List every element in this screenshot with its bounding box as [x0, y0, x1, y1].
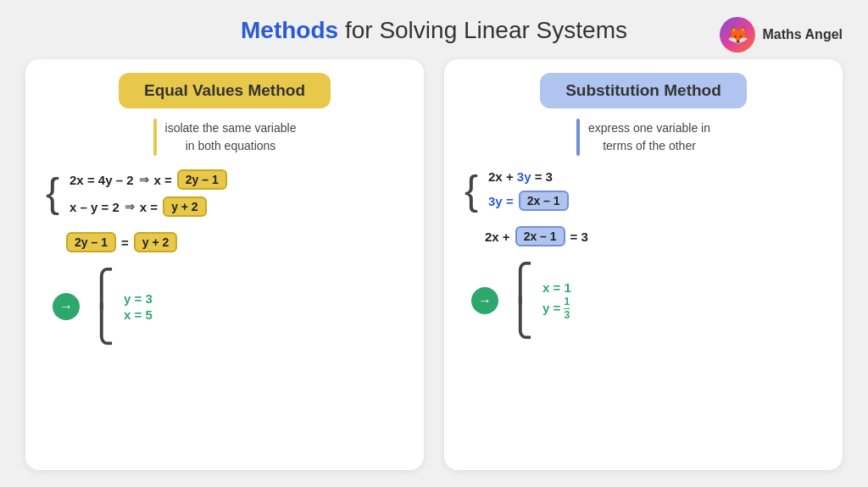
equal-values-header: Equal Values Method — [119, 73, 331, 108]
eq2-left: x – y = 2 — [70, 200, 120, 214]
combined-right: y + 2 — [134, 232, 178, 252]
substitution-card: Substitution Method express one variable… — [444, 59, 843, 470]
solution-row-right: → ⎧⎩ x = 1 y = 13 — [471, 265, 571, 336]
eq2-x: x = — [140, 200, 158, 214]
arrow-circle-left: → — [53, 293, 80, 320]
eq1-x: x = — [154, 173, 172, 187]
substitution-header: Substitution Method — [540, 73, 747, 108]
substitution-equations: { 2x + 3y = 3 3y = 2x – 1 2x + 2x – 1 = … — [444, 169, 843, 336]
sub-sol-x: x = 1 — [542, 280, 571, 295]
logo-text: Maths Angel — [762, 27, 843, 42]
title-rest: for Solving Linear Systems — [338, 17, 627, 43]
sub-eq-line-2: 3y = 2x – 1 — [488, 191, 569, 211]
solution-lines-left: y = 3 x = 5 — [124, 291, 153, 322]
eq-system-left: { 2x = 4y – 2 ⇒ x = 2y – 1 x – y = 2 ⇒ x… — [46, 169, 227, 217]
equal-values-desc-text: isolate the same variablein both equatio… — [165, 119, 297, 155]
eq-lines-left: 2x = 4y – 2 ⇒ x = 2y – 1 x – y = 2 ⇒ x =… — [70, 169, 227, 217]
right-brace-1: { — [465, 170, 478, 211]
substitution-desc-text: express one variable interms of the othe… — [588, 119, 710, 155]
fraction-den: 3 — [564, 309, 570, 321]
combined-equation: 2y – 1 = y + 2 — [66, 232, 177, 252]
equal-values-card: Equal Values Method isolate the same var… — [25, 59, 424, 470]
sol-brace-right: ⎧⎩ — [507, 265, 534, 336]
solution-system-left: ⎧⎩ y = 3 x = 5 — [88, 271, 153, 342]
eq-line-1: 2x = 4y – 2 ⇒ x = 2y – 1 — [70, 169, 227, 190]
cards-container: Equal Values Method isolate the same var… — [25, 59, 843, 470]
sub-eq2-left: 3y = — [488, 194, 514, 208]
eq1-arrow: ⇒ — [139, 173, 149, 186]
solution-lines-right: x = 1 y = 13 — [542, 280, 571, 321]
sub-eq2-box: 2x – 1 — [519, 191, 569, 211]
solution-row-left: → ⎧⎩ y = 3 x = 5 — [53, 271, 153, 342]
title-bold: Methods — [241, 17, 338, 43]
yellow-bar — [153, 119, 157, 156]
arrow-circle-right: → — [471, 287, 498, 314]
fraction-y: 13 — [564, 296, 570, 321]
blue-bar — [576, 119, 580, 156]
equal-values-description: isolate the same variablein both equatio… — [136, 119, 314, 156]
eq1-box: 2y – 1 — [177, 169, 227, 190]
substitution-description: express one variable interms of the othe… — [559, 119, 727, 156]
sub-combined-box: 2x – 1 — [515, 226, 565, 246]
combined-left: 2y – 1 — [66, 232, 116, 252]
solution-system-right: ⎧⎩ x = 1 y = 13 — [507, 265, 571, 336]
page-header: Methods for Solving Linear Systems 🦊 Mat… — [25, 17, 843, 44]
combined-eq-sign: = — [121, 235, 129, 250]
fraction-num: 1 — [564, 296, 570, 309]
sub-combined-prefix: 2x + — [485, 230, 510, 244]
page-title: Methods for Solving Linear Systems — [241, 17, 627, 44]
eq2-arrow: ⇒ — [125, 200, 135, 213]
eq-system-right: { 2x + 3y = 3 3y = 2x – 1 — [465, 169, 569, 211]
sub-combined-suffix: = 3 — [570, 230, 588, 244]
eq-line-2: x – y = 2 ⇒ x = y + 2 — [70, 196, 227, 217]
left-brace-1: { — [46, 173, 59, 213]
eq1-left: 2x = 4y – 2 — [70, 173, 133, 187]
sol-y: y = 3 — [124, 291, 153, 306]
eq-lines-right: 2x + 3y = 3 3y = 2x – 1 — [488, 169, 569, 211]
sub-eq1: 2x + 3y = 3 — [488, 169, 553, 184]
sub-sol-y: y = 13 — [542, 296, 571, 321]
sub-eq-line-1: 2x + 3y = 3 — [488, 169, 569, 184]
sol-brace-left: ⎧⎩ — [88, 271, 115, 342]
logo: 🦊 Maths Angel — [720, 17, 843, 53]
sub-combined-equation: 2x + 2x – 1 = 3 — [485, 226, 588, 246]
sol-x: x = 5 — [124, 307, 153, 322]
equal-values-equations: { 2x = 4y – 2 ⇒ x = 2y – 1 x – y = 2 ⇒ x… — [25, 169, 424, 342]
logo-icon: 🦊 — [720, 17, 755, 53]
eq2-box: y + 2 — [163, 196, 207, 217]
